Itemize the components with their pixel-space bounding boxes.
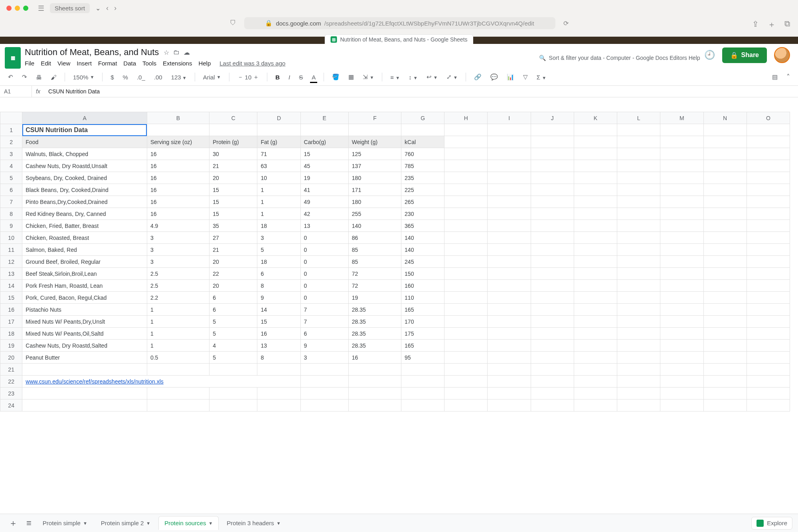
cell[interactable] [703,160,747,172]
cell[interactable] [660,304,703,316]
tab-group-dropdown-icon[interactable]: ⌄ [95,4,101,12]
increase-decimal-icon[interactable]: .00 [152,72,165,82]
column-header-H[interactable]: H [444,112,488,124]
cell[interactable]: 1 [257,184,300,196]
fullscreen-window-icon[interactable] [23,6,28,11]
cell[interactable] [444,292,488,304]
cell[interactable] [660,244,703,256]
cell[interactable] [660,256,703,268]
cell[interactable] [617,196,660,208]
paint-format-icon[interactable]: 🖌 [48,72,59,82]
cell[interactable] [703,376,747,388]
back-button-icon[interactable]: ‹ [106,4,109,12]
cell[interactable] [660,399,703,411]
cell[interactable]: 1 [147,304,209,316]
cell-food[interactable]: Red Kidney Beans, Dry, Canned [22,208,147,220]
cell[interactable]: 22 [209,268,257,280]
cell[interactable] [531,136,574,148]
cell[interactable] [747,148,790,160]
row-header-14[interactable]: 14 [0,280,22,292]
cell[interactable] [660,376,703,388]
cell[interactable]: 18 [257,220,300,232]
cell-food[interactable]: Cashew Nuts, Dry Roastd,Salted [22,340,147,352]
cell[interactable] [209,364,257,376]
italic-icon[interactable]: I [286,72,292,82]
cell[interactable]: 72 [348,268,401,280]
cell[interactable]: 140 [401,244,444,256]
row-header-15[interactable]: 15 [0,292,22,304]
cell[interactable]: 28.35 [348,328,401,340]
cell[interactable]: 160 [401,280,444,292]
cell[interactable]: 0 [300,280,348,292]
cell[interactable] [660,124,703,136]
cell[interactable]: 225 [401,184,444,196]
row-header-9[interactable]: 9 [0,220,22,232]
cell[interactable] [444,364,488,376]
column-header-J[interactable]: J [531,112,574,124]
column-header-I[interactable]: I [488,112,531,124]
cell-food[interactable]: Ground Beef, Broiled, Regular [22,256,147,268]
cell-food[interactable]: Mixed Nuts W/ Peants,Oil,Saltd [22,328,147,340]
cell-header[interactable]: Protein (g) [209,136,257,148]
cell[interactable] [747,184,790,196]
cell[interactable]: 4.9 [147,220,209,232]
cell[interactable]: 150 [401,268,444,280]
cell[interactable]: 86 [348,232,401,244]
cell[interactable]: 15 [209,184,257,196]
cell[interactable] [617,316,660,328]
cell-food[interactable]: Soybeans, Dry, Cooked, Drained [22,172,147,184]
cell[interactable] [660,148,703,160]
cell[interactable]: 20 [209,280,257,292]
cell[interactable] [574,316,617,328]
cell[interactable] [531,292,574,304]
cell[interactable]: 1 [147,328,209,340]
cell[interactable] [531,256,574,268]
cell[interactable]: 785 [401,160,444,172]
cell[interactable]: 28.35 [348,340,401,352]
source-link[interactable]: www.csun.edu/science/ref/spreadsheets/xl… [26,378,164,385]
sheet-tab-menu-icon[interactable]: ▼ [208,521,213,526]
row-header-2[interactable]: 2 [0,136,22,148]
cell[interactable] [444,184,488,196]
cell[interactable] [488,304,531,316]
cell[interactable] [574,376,617,388]
cell[interactable]: 85 [348,244,401,256]
strikethrough-icon[interactable]: S [296,72,305,82]
cell[interactable] [22,399,147,411]
insert-comment-icon[interactable]: 💬 [488,72,500,82]
cell[interactable] [617,256,660,268]
sheet-tab-menu-icon[interactable]: ▼ [146,521,150,526]
cell[interactable] [747,352,790,364]
cell[interactable] [617,184,660,196]
cell[interactable]: 85 [348,256,401,268]
cell[interactable] [617,376,660,388]
cell[interactable] [531,196,574,208]
cell[interactable] [531,160,574,172]
cell[interactable] [703,124,747,136]
cell[interactable] [147,364,209,376]
cell[interactable]: 5 [209,328,257,340]
cell[interactable]: 9 [257,292,300,304]
cell[interactable]: 7 [300,316,348,328]
cell[interactable] [209,124,257,136]
sheet-tab[interactable]: Protein sources ▼ [158,516,219,530]
cell[interactable]: 20 [209,172,257,184]
cell[interactable] [617,160,660,172]
cell[interactable]: 165 [401,304,444,316]
cell-food[interactable]: Mixed Nuts W/ Peants,Dry,Unslt [22,316,147,328]
row-header-16[interactable]: 16 [0,304,22,316]
font-family-select[interactable]: Arial ▼ [201,72,223,82]
cell[interactable]: 15 [209,208,257,220]
menu-extensions[interactable]: Extensions [163,60,192,67]
cell[interactable] [488,244,531,256]
cell[interactable] [444,268,488,280]
redo-icon[interactable]: ↷ [20,72,30,82]
cell[interactable] [147,399,209,411]
zoom-select[interactable]: 150%▼ [71,72,97,82]
column-header-D[interactable]: D [257,112,300,124]
cell[interactable] [574,160,617,172]
cell[interactable] [531,388,574,399]
cell[interactable] [703,340,747,352]
menu-data[interactable]: Data [123,60,136,67]
cell-food[interactable]: Peanut Butter [22,352,147,364]
